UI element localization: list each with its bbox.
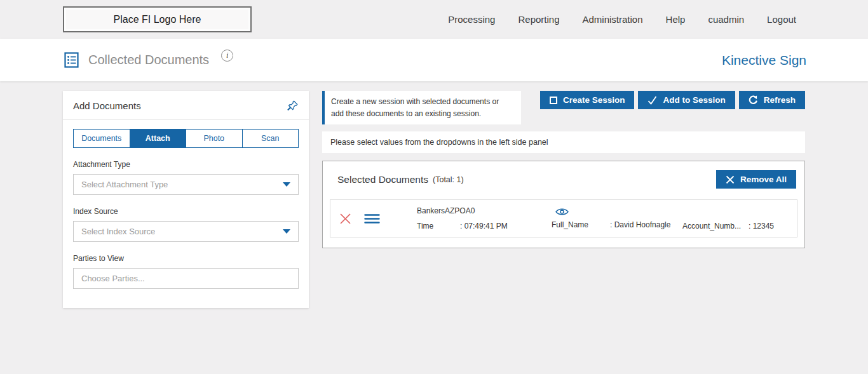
create-session-button[interactable]: Create Session xyxy=(540,91,635,109)
document-account-field: Account_Numb... : 12345 xyxy=(682,222,774,230)
account-value: : 12345 xyxy=(749,222,774,230)
create-session-label: Create Session xyxy=(563,95,625,105)
nav-item-help[interactable]: Help xyxy=(666,14,686,25)
add-to-session-button[interactable]: Add to Session xyxy=(638,91,735,109)
add-to-session-label: Add to Session xyxy=(663,95,725,105)
index-source-select[interactable]: Select Index Source xyxy=(73,221,299,242)
notice-text: Please select values from the dropdowns … xyxy=(330,138,548,147)
drag-handle-icon[interactable] xyxy=(364,213,380,224)
session-actions-row: Create a new session with selected docum… xyxy=(322,91,805,124)
remove-document-icon[interactable] xyxy=(339,213,351,225)
add-documents-title: Add Documents xyxy=(73,100,141,111)
top-navigation: Processing Reporting Administration Help… xyxy=(448,14,796,25)
square-icon xyxy=(550,97,557,104)
attachment-type-label: Attachment Type xyxy=(73,160,299,169)
parties-input[interactable] xyxy=(73,268,299,289)
account-label: Account_Numb... xyxy=(682,222,749,230)
parties-to-view-label: Parties to View xyxy=(73,254,299,263)
tab-attach[interactable]: Attach xyxy=(130,130,187,147)
nav-item-administration[interactable]: Administration xyxy=(583,14,643,25)
time-label: Time xyxy=(417,222,460,230)
info-icon[interactable]: i xyxy=(221,50,233,62)
top-bar: Place FI Logo Here Processing Reporting … xyxy=(0,0,868,39)
notice-bar: Please select values from the dropdowns … xyxy=(322,131,805,153)
add-documents-tabs: Documents Attach Photo Scan xyxy=(73,129,299,148)
session-column: Create a new session with selected docum… xyxy=(322,91,805,248)
fullname-label: Full_Name xyxy=(552,220,610,229)
preview-eye-icon[interactable] xyxy=(555,208,682,216)
add-documents-header: Add Documents xyxy=(73,100,299,112)
document-fullname-field: Full_Name : David Hoofnagle xyxy=(552,220,682,229)
chevron-down-icon xyxy=(283,229,290,234)
brand-kinective-sign: Kinective Sign xyxy=(722,53,806,68)
index-source-label: Index Source xyxy=(73,207,299,216)
close-icon xyxy=(726,175,735,184)
nav-item-processing[interactable]: Processing xyxy=(448,14,495,25)
document-account-info: Account_Numb... : 12345 xyxy=(682,222,774,230)
refresh-icon xyxy=(749,95,758,105)
document-main-info: BankersAZPOA0 Time : 07:49:41 PM xyxy=(417,206,552,230)
tab-photo[interactable]: Photo xyxy=(186,130,243,147)
selected-documents-header: Selected Documents (Total: 1) Remove All xyxy=(330,168,797,191)
page-title: Collected Documents xyxy=(88,53,209,67)
fi-logo-placeholder: Place FI Logo Here xyxy=(63,6,252,32)
document-row: BankersAZPOA0 Time : 07:49:41 PM F xyxy=(330,199,797,237)
selected-documents-title: Selected Documents xyxy=(337,174,428,185)
document-name: BankersAZPOA0 xyxy=(417,206,552,215)
card-divider xyxy=(63,119,309,120)
nav-item-logout[interactable]: Logout xyxy=(767,14,796,25)
attachment-type-select[interactable]: Select Attachment Type xyxy=(73,174,299,195)
pin-icon[interactable] xyxy=(287,100,299,112)
title-bar: Collected Documents i Kinective Sign xyxy=(0,39,868,81)
nav-item-reporting[interactable]: Reporting xyxy=(518,14,559,25)
refresh-label: Refresh xyxy=(764,95,796,105)
refresh-button[interactable]: Refresh xyxy=(739,91,805,109)
check-icon xyxy=(648,96,657,105)
fullname-value: : David Hoofnagle xyxy=(610,220,670,229)
remove-all-label: Remove All xyxy=(740,175,787,184)
add-documents-panel: Add Documents Documents Attach Photo Sca… xyxy=(63,91,309,308)
main-content: Add Documents Documents Attach Photo Sca… xyxy=(0,81,868,308)
session-info-text: Create a new session with selected docum… xyxy=(331,97,499,118)
index-source-placeholder: Select Index Source xyxy=(81,227,155,236)
document-time-field: Time : 07:49:41 PM xyxy=(417,222,552,230)
session-info-box: Create a new session with selected docum… xyxy=(322,91,521,124)
selected-documents-total: (Total: 1) xyxy=(433,175,464,184)
selected-documents-panel: Selected Documents (Total: 1) Remove All xyxy=(322,161,805,248)
nav-item-user-cuadmin[interactable]: cuadmin xyxy=(708,14,744,25)
session-buttons: Create Session Add to Session R xyxy=(540,91,805,109)
time-value: : 07:49:41 PM xyxy=(460,222,508,230)
attachment-type-placeholder: Select Attachment Type xyxy=(81,180,168,189)
remove-all-button[interactable]: Remove All xyxy=(716,170,796,189)
document-secondary-info: Full_Name : David Hoofnagle xyxy=(552,208,682,229)
title-group: Collected Documents i xyxy=(63,51,233,69)
fi-logo-text: Place FI Logo Here xyxy=(114,14,201,25)
tab-scan[interactable]: Scan xyxy=(243,130,299,147)
collected-documents-icon xyxy=(63,51,80,69)
chevron-down-icon xyxy=(283,182,290,187)
tab-documents[interactable]: Documents xyxy=(74,130,130,147)
